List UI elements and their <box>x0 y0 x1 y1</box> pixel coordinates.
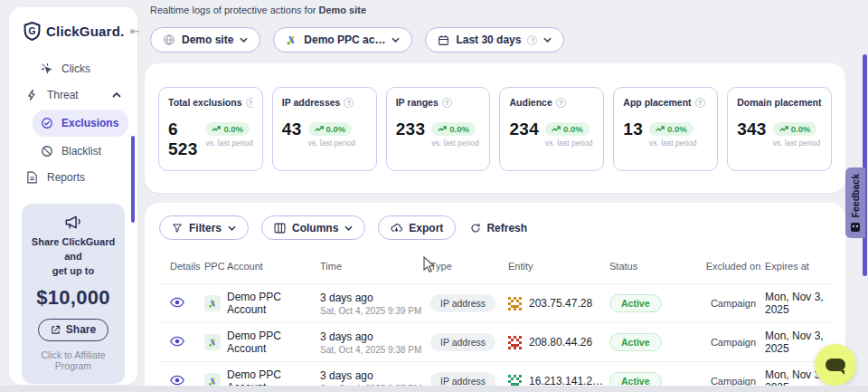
help-icon[interactable]: ? <box>344 98 354 108</box>
globe-icon <box>163 33 175 46</box>
export-button[interactable]: Export <box>378 215 456 240</box>
sidebar-item-blacklist[interactable]: Blacklist <box>33 139 128 163</box>
help-icon[interactable]: ? <box>695 98 705 108</box>
ppc-account-name: Demo PPC Account <box>227 330 320 355</box>
stat-period: vs. last period <box>205 139 252 148</box>
stats-panel: Total exclusions? 6 523 0.0% vs. last pe… <box>145 63 845 193</box>
stat-card-app-placement: App placement? 13 0.0% vs. last period <box>613 87 718 171</box>
logo-text: ClickGuard. <box>46 24 124 39</box>
trend-up-icon <box>212 126 221 132</box>
help-icon[interactable]: ? <box>246 98 253 108</box>
columns-dropdown[interactable]: Columns <box>261 215 365 240</box>
chevron-up-icon <box>112 92 121 98</box>
time-relative: 3 days ago <box>320 330 430 343</box>
entity-value: 208.80.44.26 <box>529 336 592 349</box>
sidebar-collapse-icon[interactable]: ⇤ <box>129 24 139 38</box>
table-header: Details PPC Account Time Type Entity Sta… <box>159 260 831 284</box>
col-type[interactable]: Type <box>430 261 508 272</box>
refresh-button[interactable]: Refresh <box>470 222 527 234</box>
account-filter-dropdown[interactable]: Demo PPC ac… <box>273 27 412 53</box>
filters-dropdown[interactable]: Filters <box>159 215 249 240</box>
time-relative: 3 days ago <box>320 292 430 304</box>
table-toolbar: Filters Columns Export Refresh <box>159 215 831 240</box>
columns-label: Columns <box>292 222 338 234</box>
trend-up-icon <box>779 126 788 132</box>
col-status[interactable]: Status <box>609 261 702 272</box>
affiliate-caption: Click to Affiliate Program <box>29 349 118 371</box>
type-badge: IP address <box>430 294 495 312</box>
stat-delta-badge: 0.0% <box>431 122 476 136</box>
sidebar-item-clicks[interactable]: Clicks <box>33 57 128 81</box>
trend-up-icon <box>438 126 447 132</box>
stat-label: Total exclusions <box>168 97 242 108</box>
account-filter-value: Demo PPC ac… <box>304 33 385 46</box>
stat-delta-badge: 0.0% <box>649 122 693 136</box>
stat-card-ip-addresses: IP addresses? 43 0.0% vs. last period <box>272 87 377 171</box>
stat-card-domain-placement: Domain placement? 343 0.0% vs. last peri… <box>727 87 832 171</box>
stat-delta-badge: 0.0% <box>545 122 590 136</box>
sidebar-nav: Clicks Threat Exclusions Blacklist <box>9 57 137 189</box>
chevron-down-icon <box>392 37 400 43</box>
sidebar-item-exclusions[interactable]: Exclusions <box>33 110 128 137</box>
table-row: Demo PPC Account 3 days agoSat, Oct 4, 2… <box>159 323 831 362</box>
affiliate-promo-card[interactable]: Share ClickGuard and get up to $10,000 S… <box>22 204 125 384</box>
stat-delta-badge: 0.0% <box>773 122 817 136</box>
lightning-icon <box>25 89 39 102</box>
external-link-icon <box>51 325 61 335</box>
sidebar-item-label: Exclusions <box>61 117 118 129</box>
funnel-icon <box>172 223 183 234</box>
col-details[interactable]: Details <box>159 261 204 272</box>
chat-launcher-button[interactable] <box>815 344 856 386</box>
chevron-down-icon <box>543 37 552 43</box>
google-ads-icon <box>204 334 221 350</box>
col-entity[interactable]: Entity <box>508 261 609 272</box>
logo: G ClickGuard. ⇤ <box>9 7 137 50</box>
col-expires-at[interactable]: Expires at <box>765 261 831 272</box>
sidebar-scrollbar[interactable] <box>131 136 135 223</box>
refresh-label: Refresh <box>486 222 527 234</box>
col-excluded-on[interactable]: Excluded on <box>702 260 765 272</box>
sidebar-item-threat[interactable]: Threat <box>18 83 128 107</box>
help-icon: ? <box>527 35 537 45</box>
view-details-button[interactable] <box>170 375 184 386</box>
stat-value: 234 <box>509 120 539 139</box>
google-ads-icon <box>286 34 297 46</box>
trend-up-icon <box>315 126 324 132</box>
col-ppc-account[interactable]: PPC Account <box>204 261 320 272</box>
download-cloud-icon <box>391 223 402 234</box>
ip-identicon <box>508 336 522 349</box>
google-ads-icon <box>204 295 221 311</box>
view-details-button[interactable] <box>170 297 184 308</box>
site-filter-value: Demo site <box>182 33 233 46</box>
sidebar-item-label: Reports <box>47 171 85 184</box>
chevron-down-icon <box>240 37 248 43</box>
sidebar: G ClickGuard. ⇤ Clicks Threat Exclusions <box>9 7 137 385</box>
date-range-dropdown[interactable]: Last 30 days ? <box>425 27 564 53</box>
clickguard-shield-icon: G <box>24 22 41 41</box>
ban-icon <box>40 145 53 158</box>
entity-value: 203.75.47.28 <box>529 297 592 310</box>
stat-delta-badge: 0.0% <box>205 122 250 136</box>
sidebar-item-reports[interactable]: Reports <box>18 166 128 189</box>
trend-up-icon <box>552 126 561 132</box>
stat-card-audience: Audience? 234 0.0% vs. last period <box>499 87 604 171</box>
site-filter-dropdown[interactable]: Demo site <box>150 27 260 53</box>
calendar-icon <box>438 34 449 46</box>
share-button[interactable]: Share <box>38 319 108 341</box>
ip-identicon <box>508 297 522 311</box>
eye-icon <box>170 375 184 386</box>
stat-period: vs. last period <box>545 139 592 148</box>
status-badge: Active <box>609 333 662 351</box>
eye-icon <box>170 336 184 347</box>
feedback-tab[interactable]: Feedback <box>845 167 865 238</box>
stat-value: 6 523 <box>168 120 199 159</box>
help-icon[interactable]: ? <box>556 98 566 108</box>
smiley-icon <box>851 223 860 232</box>
view-details-button[interactable] <box>170 336 184 347</box>
help-icon[interactable]: ? <box>442 98 452 108</box>
columns-icon <box>274 223 286 234</box>
table-row: Demo PPC Account 3 days agoSat, Oct 4, 2… <box>159 284 831 323</box>
page-scrollbar[interactable] <box>863 54 867 276</box>
stat-delta-badge: 0.0% <box>308 122 353 136</box>
col-time[interactable]: Time <box>320 261 430 272</box>
